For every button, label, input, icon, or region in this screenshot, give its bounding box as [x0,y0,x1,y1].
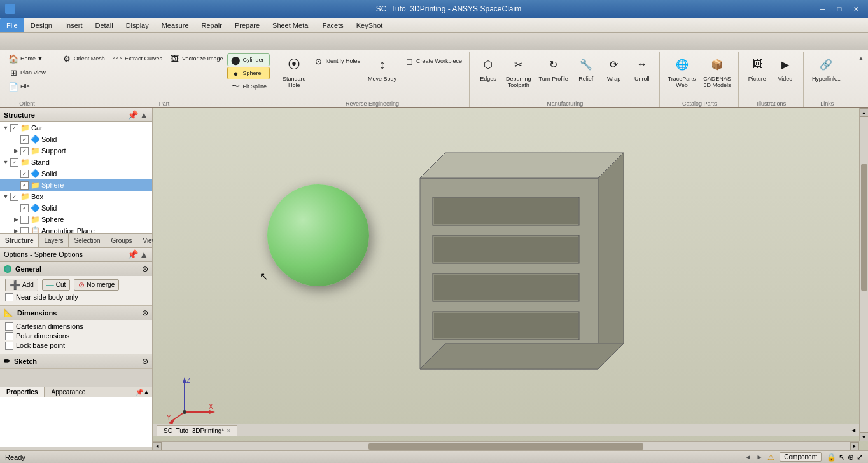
properties-tab[interactable]: Properties [0,387,45,397]
tree-item-car[interactable]: ▼ 📁 Car [0,122,152,134]
statusbar-info-button[interactable]: Component [780,452,822,462]
video-button[interactable]: ▶ Video [772,52,799,84]
file-button[interactable]: 📄 File [5,80,49,93]
solid-box-expander[interactable] [11,204,20,212]
box-expander[interactable]: ▼ [1,192,10,201]
scroll-down-button[interactable]: ▼ [860,432,869,441]
unroll-button[interactable]: ↔ Unroll [629,52,655,84]
facets-menu[interactable]: Facets [316,18,350,32]
plan-view-button[interactable]: ⊞ Plan View [5,66,49,79]
fit-spline-button[interactable]: 〜 Fit Spline [227,80,270,93]
properties-collapse-button[interactable]: ▲ [143,389,150,396]
sphere-box-expander[interactable]: ▶ [11,215,20,224]
detail-menu[interactable]: Detail [89,18,120,32]
support-expander[interactable]: ▶ [11,146,20,155]
viewport-tab[interactable]: SC_Tuto_3DPrinting* × [157,425,237,436]
no-merge-button[interactable]: ⊘ No merge [74,279,119,291]
cut-button[interactable]: — Cut [42,279,71,291]
lock-base-checkbox[interactable] [5,342,13,350]
solid-stand-check[interactable] [20,170,29,178]
car-check[interactable] [10,124,18,132]
edges-button[interactable]: ⬡ Edges [475,52,501,84]
options-pin-button[interactable]: 📌 [127,249,138,259]
minimize-button[interactable]: ─ [816,3,830,15]
stand-expander[interactable]: ▼ [1,158,10,167]
solid-stand-expander[interactable] [11,169,20,178]
dimensions-section-header[interactable]: 📐 Dimensions ⊙ [0,306,152,320]
close-button[interactable]: ✕ [849,3,863,15]
solid-box-check[interactable] [20,204,29,212]
structure-pin-button[interactable]: 📌 [127,110,138,120]
sphere-button[interactable]: ● Sphere [227,67,270,79]
move-body-button[interactable]: ↕ Move Body [365,52,400,84]
layers-tab[interactable]: Layers [39,234,69,247]
viewport-nav-left[interactable]: ◄ [850,427,857,434]
sketch-section-header[interactable]: ✏ Sketch ⊙ [0,354,152,368]
solid-car-expander[interactable] [11,135,20,144]
extract-curves-button[interactable]: 〰 Extract Curves [109,52,165,65]
car-expander[interactable]: ▼ [1,123,10,132]
scroll-left-button[interactable]: ◄ [153,442,162,451]
ribbon-expand-button[interactable]: ▲ [858,55,864,62]
tree-item-solid-stand[interactable]: 🔷 Solid [0,168,152,179]
structure-collapse-button[interactable]: ▲ [139,110,148,120]
home-button[interactable]: 🏠 Home ▼ [5,52,49,65]
scrollbar-thumb-v[interactable] [861,164,867,290]
scroll-up-button[interactable]: ▲ [860,108,869,117]
structure-tab[interactable]: Structure [0,234,39,247]
sketch-collapse-button[interactable]: ⊙ [142,357,148,366]
tree-item-support[interactable]: ▶ 📁 Support [0,145,152,156]
cylinder-button[interactable]: ⬤ Cylinder [227,53,270,66]
file-menu[interactable]: File [0,18,24,32]
selection-tab[interactable]: Selection [69,234,106,247]
design-menu[interactable]: Design [24,18,59,32]
tree-item-annotation[interactable]: ▶ 📋 Annotation Plane [0,225,152,233]
scroll-right-button[interactable]: ► [850,442,859,451]
prepare-menu[interactable]: Prepare [228,18,266,32]
add-button[interactable]: ➕ Add [5,279,38,291]
orient-mesh-button[interactable]: ⚙ Orient Mesh [59,52,108,65]
viewport[interactable]: ↖ Z X Y SC [153,108,868,450]
traceparts-web-button[interactable]: 🌐 TracePartsWeb [665,52,699,90]
standard-hole-button[interactable]: ⦿ StandardHole [279,52,309,90]
display-menu[interactable]: Display [120,18,155,32]
viewport-tab-close[interactable]: × [227,427,230,434]
keyshot-menu[interactable]: KeyShot [350,18,389,32]
tree-item-stand[interactable]: ▼ 📁 Stand [0,156,152,168]
tree-item-solid-car[interactable]: 🔷 Solid [0,134,152,145]
repair-menu[interactable]: Repair [195,18,228,32]
sheet-metal-menu[interactable]: Sheet Metal [266,18,316,32]
turn-profile-button[interactable]: ↻ Turn Profile [535,52,571,84]
options-collapse-button[interactable]: ▲ [139,249,148,259]
support-check[interactable] [20,147,29,155]
sphere-stand-check[interactable] [20,181,29,190]
sphere-stand-expander[interactable] [11,181,20,190]
vectorize-image-button[interactable]: 🖼 Vectorize Image [167,52,227,65]
cadenas-button[interactable]: 📦 CADENAS3D Models [700,52,734,90]
solid-car-check[interactable] [20,135,29,144]
groups-tab[interactable]: Groups [106,234,138,247]
tree-item-sphere-stand[interactable]: 📁 Sphere [0,179,152,191]
box-check[interactable] [10,193,18,201]
near-side-checkbox[interactable] [5,293,13,301]
measure-menu[interactable]: Measure [155,18,195,32]
appearance-tab[interactable]: Appearance [45,387,92,397]
statusbar-nav-left[interactable]: ◄ [745,453,751,460]
polar-checkbox[interactable] [5,332,13,340]
deburring-toolpath-button[interactable]: ✂ DeburringToolpath [503,52,535,90]
hyperlink-button[interactable]: 🔗 Hyperlink... [809,52,844,84]
wrap-button[interactable]: ⟳ Wrap [601,52,627,84]
tree-item-sphere-box[interactable]: ▶ 📁 Sphere [0,214,152,225]
insert-menu[interactable]: Insert [59,18,89,32]
general-collapse-button[interactable]: ⊙ [142,265,148,273]
maximize-button[interactable]: □ [832,3,846,15]
dimensions-collapse-button[interactable]: ⊙ [142,308,148,317]
statusbar-nav-right[interactable]: ► [756,453,762,460]
annotation-check[interactable] [20,227,29,233]
tree-item-box[interactable]: ▼ 📁 Box [0,191,152,202]
picture-button[interactable]: 🖼 Picture [744,52,771,84]
sphere-box-check[interactable] [20,216,29,224]
relief-button[interactable]: 🔧 Relief [573,52,599,84]
properties-pin-button[interactable]: 📌 [136,389,143,396]
stand-check[interactable] [10,158,18,167]
